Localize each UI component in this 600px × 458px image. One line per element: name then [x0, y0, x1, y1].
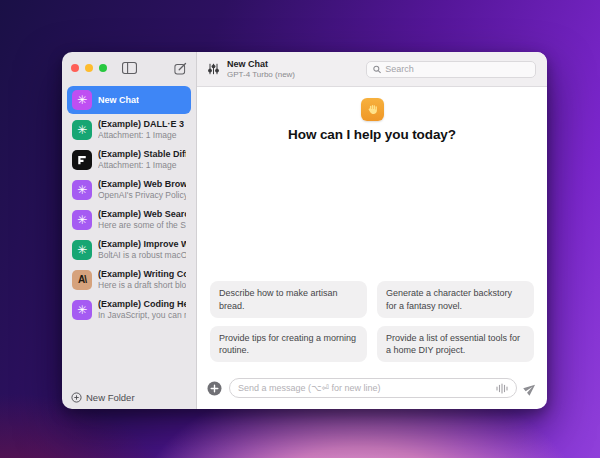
sidebar-chat-item[interactable]: ✳ New Chat — [67, 86, 191, 114]
suggestion-text: Generate a character backstory for a fan… — [386, 288, 512, 310]
openai-chat-icon: ✳ — [72, 210, 92, 230]
openai-chat-icon: ✳ — [72, 180, 92, 200]
chat-item-title: (Example) Web Browsing — [98, 179, 186, 189]
attach-plus-icon[interactable] — [207, 381, 222, 396]
chat-item-title: (Example) DALL·E 3 — [98, 119, 184, 129]
chat-item-subtitle: BoltAI is a robust macOS Chat… — [98, 250, 186, 260]
sidebar-toggle-icon[interactable] — [122, 62, 137, 74]
chat-title: New Chat — [227, 59, 295, 69]
chat-item-title: (Example) Improve Writing — [98, 239, 186, 249]
suggestion-text: Describe how to make artisan bread. — [219, 288, 338, 310]
waving-hand-icon — [361, 98, 384, 121]
openai-logo-icon: ✳ — [77, 184, 87, 196]
search-icon — [373, 65, 381, 74]
openai-logo-icon: ✳ — [77, 94, 87, 106]
chat-list: ✳ New Chat ✳ (Example) DALL·E 3 Attachme… — [62, 84, 196, 386]
suggestion-text: Provide tips for creating a morning rout… — [219, 333, 356, 355]
main-header: New Chat GPT-4 Turbo (new) — [197, 52, 547, 87]
message-input-pill[interactable] — [229, 378, 517, 398]
openai-logo-icon: ✳ — [77, 214, 87, 226]
plus-circle-icon — [71, 392, 82, 403]
search-field[interactable] — [366, 61, 536, 78]
app-window: ✳ New Chat ✳ (Example) DALL·E 3 Attachme… — [62, 52, 547, 409]
minimize-button[interactable] — [85, 64, 93, 72]
openai-chat-icon: ✳ — [72, 120, 92, 140]
composer-bar — [197, 371, 547, 409]
chat-item-subtitle: Attachment: 1 Image — [98, 160, 186, 170]
welcome-block: How can I help you today? — [197, 98, 547, 142]
chat-item-subtitle: Here is a draft short blog post… — [98, 280, 186, 290]
suggestion-card[interactable]: Provide tips for creating a morning rout… — [210, 326, 367, 362]
chat-item-title: (Example) Writing Content — [98, 269, 186, 279]
chat-item-title: (Example) Web Search — [98, 209, 186, 219]
chat-item-subtitle: In JavaScript, you can remove… — [98, 310, 186, 320]
new-folder-button[interactable]: New Folder — [62, 386, 196, 409]
model-name: GPT-4 Turbo (new) — [227, 70, 295, 79]
sidebar-chat-item[interactable]: ✳ (Example) Web Browsing OpenAI's Privac… — [67, 175, 191, 204]
model-settings-icon[interactable] — [208, 63, 219, 75]
openai-chat-icon: ✳ — [72, 90, 92, 110]
suggestion-card[interactable]: Describe how to make artisan bread. — [210, 281, 367, 317]
chat-item-subtitle: OpenAI's Privacy Policy outlin… — [98, 190, 186, 200]
stability-chat-icon — [72, 150, 92, 170]
openai-logo-icon: ✳ — [77, 304, 87, 316]
suggestion-grid: Describe how to make artisan bread. Gene… — [210, 281, 534, 362]
chat-empty-area — [197, 142, 547, 281]
sidebar-chat-item[interactable]: ✳ (Example) Improve Writing BoltAI is a … — [67, 235, 191, 264]
chat-item-title: (Example) Coding Help — [98, 299, 186, 309]
message-input[interactable] — [238, 383, 491, 393]
sidebar-chat-item[interactable]: ✳ (Example) Coding Help In JavaScript, y… — [67, 295, 191, 324]
sidebar-chat-item[interactable]: (Example) Stable Diffusion Attachment: 1… — [67, 145, 191, 174]
chat-item-subtitle: Attachment: 1 Image — [98, 130, 184, 140]
openai-logo-icon: ✳ — [77, 244, 87, 256]
sidebar-chat-item[interactable]: A\ (Example) Writing Content Here is a d… — [67, 265, 191, 294]
chat-item-title: (Example) Stable Diffusion — [98, 149, 186, 159]
anthropic-chat-icon: A\ — [72, 270, 92, 290]
sidebar-toolbar — [62, 52, 196, 84]
openai-chat-icon: ✳ — [72, 240, 92, 260]
anthropic-logo-icon: A\ — [78, 275, 86, 285]
traffic-lights — [71, 64, 107, 72]
sidebar: ✳ New Chat ✳ (Example) DALL·E 3 Attachme… — [62, 52, 197, 409]
welcome-heading: How can I help you today? — [288, 127, 456, 142]
voice-waveform-icon[interactable] — [496, 383, 508, 394]
sidebar-chat-item[interactable]: ✳ (Example) DALL·E 3 Attachment: 1 Image — [67, 115, 191, 144]
suggestion-card[interactable]: Provide a list of essential tools for a … — [377, 326, 534, 362]
close-button[interactable] — [71, 64, 79, 72]
chat-item-title: New Chat — [98, 95, 139, 105]
stability-logo-icon — [76, 154, 88, 166]
new-folder-label: New Folder — [86, 392, 135, 403]
send-icon[interactable] — [521, 379, 539, 397]
openai-logo-icon: ✳ — [77, 124, 87, 136]
suggestion-text: Provide a list of essential tools for a … — [386, 333, 520, 355]
chat-item-subtitle: Here are some of the SEO tren… — [98, 220, 186, 230]
search-input[interactable] — [385, 64, 529, 74]
openai-chat-icon: ✳ — [72, 300, 92, 320]
main-pane: New Chat GPT-4 Turbo (new) How can I hel… — [197, 52, 547, 409]
chat-content: How can I help you today? Describe how t… — [197, 87, 547, 409]
suggestion-card[interactable]: Generate a character backstory for a fan… — [377, 281, 534, 317]
zoom-button[interactable] — [99, 64, 107, 72]
chat-title-block: New Chat GPT-4 Turbo (new) — [227, 59, 295, 79]
new-chat-compose-icon[interactable] — [174, 62, 187, 75]
sidebar-chat-item[interactable]: ✳ (Example) Web Search Here are some of … — [67, 205, 191, 234]
